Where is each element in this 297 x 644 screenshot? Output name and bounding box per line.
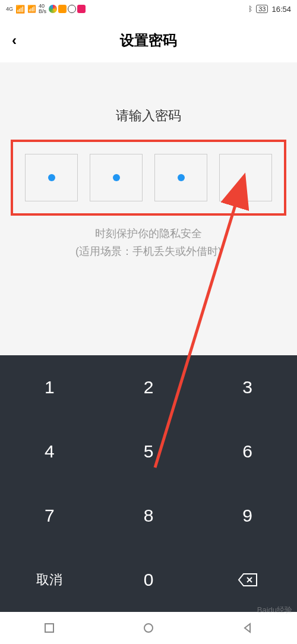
numeric-keypad: 1 2 3 4 5 6 7 8 9 取消 0 xyxy=(0,355,297,612)
app-icon-3 xyxy=(68,5,76,13)
recents-button[interactable] xyxy=(43,622,55,634)
key-8[interactable]: 8 xyxy=(99,484,198,548)
hint-text-1: 时刻保护你的隐私安全 xyxy=(0,226,297,241)
pin-box-4[interactable] xyxy=(219,154,272,201)
nav-bar: ‹ 设置密码 xyxy=(0,18,297,62)
key-5[interactable]: 5 xyxy=(99,419,198,484)
app-icon-2 xyxy=(58,5,67,13)
pin-dot xyxy=(48,174,55,181)
status-left: 4G 📶 📶 40 B/s xyxy=(6,4,86,14)
bluetooth-icon: ᛒ xyxy=(248,5,252,13)
system-nav-bar xyxy=(0,612,297,644)
signal-icon: 📶 xyxy=(15,5,25,14)
key-3[interactable]: 3 xyxy=(198,355,297,419)
pin-box-1[interactable] xyxy=(25,154,78,201)
pin-dot xyxy=(178,174,185,181)
key-2[interactable]: 2 xyxy=(99,355,198,419)
page-title: 设置密码 xyxy=(120,31,177,50)
backspace-icon xyxy=(238,573,258,587)
pin-prompt: 请输入密码 xyxy=(0,107,297,125)
pin-input-container xyxy=(11,140,286,216)
home-button[interactable] xyxy=(143,622,154,634)
svg-point-3 xyxy=(144,624,153,632)
pin-dot xyxy=(113,174,120,181)
network-type: 4G xyxy=(6,7,13,12)
wifi-icon: 📶 xyxy=(27,5,36,13)
app-icons xyxy=(49,5,86,13)
svg-rect-2 xyxy=(45,624,53,632)
key-6[interactable]: 6 xyxy=(198,419,297,484)
key-9[interactable]: 9 xyxy=(198,484,297,548)
key-backspace[interactable] xyxy=(198,548,297,612)
key-7[interactable]: 7 xyxy=(0,484,99,548)
app-icon-4 xyxy=(77,5,86,13)
key-4[interactable]: 4 xyxy=(0,419,99,484)
hint-text-2: (适用场景：手机丢失或外借时) xyxy=(0,244,297,258)
key-cancel[interactable]: 取消 xyxy=(0,548,99,612)
key-0[interactable]: 0 xyxy=(99,548,198,612)
status-right: ᛒ 33 16:54 xyxy=(248,5,291,14)
time-display: 16:54 xyxy=(271,5,291,14)
back-button[interactable]: ‹ xyxy=(12,32,17,49)
app-icon-1 xyxy=(49,5,57,13)
status-bar: 4G 📶 📶 40 B/s ᛒ 33 16:54 xyxy=(0,0,297,18)
network-indicator: 4G xyxy=(6,7,13,12)
speed-indicator: 40 B/s xyxy=(39,4,46,14)
pin-box-2[interactable] xyxy=(90,154,143,201)
key-1[interactable]: 1 xyxy=(0,355,99,419)
watermark: Baidu经验 xyxy=(257,605,292,615)
battery-indicator: 33 xyxy=(256,5,268,13)
content-area: 请输入密码 时刻保护你的隐私安全 (适用场景：手机丢失或外借时) xyxy=(0,62,297,355)
pin-box-3[interactable] xyxy=(154,154,207,201)
back-nav-button[interactable] xyxy=(242,622,254,634)
